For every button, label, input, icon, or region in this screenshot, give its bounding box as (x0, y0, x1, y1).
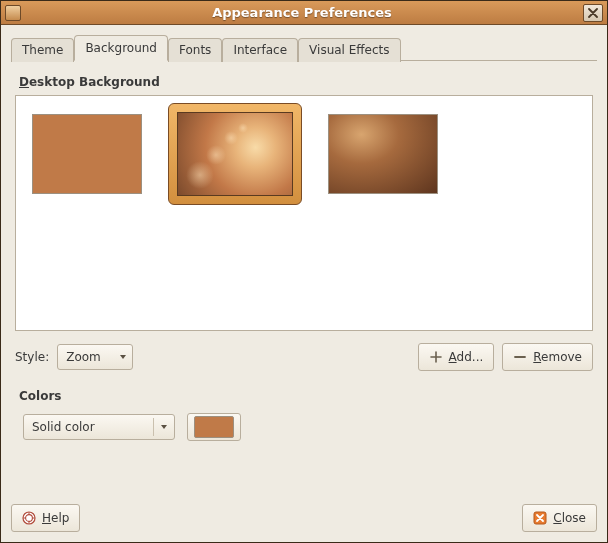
colors-mode-value: Solid color (32, 420, 95, 434)
desktop-background-heading: Desktop Background (19, 75, 593, 89)
style-label: Style: (15, 350, 49, 364)
wallpaper-thumb-solid[interactable] (32, 114, 142, 194)
remove-button[interactable]: Remove (502, 343, 593, 371)
style-value: Zoom (66, 350, 101, 364)
content-area: Theme Background Fonts Interface Visual … (1, 25, 607, 494)
titlebar: Appearance Preferences (1, 1, 607, 25)
style-row: Style: Zoom Add... Remove (15, 343, 593, 371)
colors-row: Solid color (15, 413, 593, 441)
window-close-button[interactable] (583, 4, 603, 22)
colors-heading: Colors (19, 389, 593, 403)
close-icon (533, 511, 547, 525)
window-title: Appearance Preferences (27, 5, 577, 20)
dialog-footer: Help Close (1, 494, 607, 542)
tab-theme[interactable]: Theme (11, 38, 74, 62)
chevron-down-icon (160, 423, 168, 431)
wallpaper-list (15, 95, 593, 331)
close-button[interactable]: Close (522, 504, 597, 532)
tab-fonts[interactable]: Fonts (168, 38, 222, 62)
color-swatch (194, 416, 234, 438)
help-button[interactable]: Help (11, 504, 80, 532)
tab-interface[interactable]: Interface (222, 38, 298, 62)
tab-visual-effects[interactable]: Visual Effects (298, 38, 400, 62)
add-button[interactable]: Add... (418, 343, 495, 371)
minus-icon (513, 350, 527, 364)
wallpaper-thumb-selected[interactable] (168, 103, 302, 205)
chevron-down-icon (119, 353, 127, 361)
tab-background[interactable]: Background (74, 35, 168, 61)
app-icon (5, 5, 21, 21)
style-dropdown[interactable]: Zoom (57, 344, 133, 370)
help-icon (22, 511, 36, 525)
tab-bar: Theme Background Fonts Interface Visual … (11, 35, 597, 61)
colors-mode-dropdown[interactable]: Solid color (23, 414, 175, 440)
appearance-preferences-window: Appearance Preferences Theme Background … (0, 0, 608, 543)
wallpaper-thumb-warm[interactable] (328, 114, 438, 194)
background-tab-body: Desktop Background (11, 67, 597, 484)
plus-icon (429, 350, 443, 364)
color-swatch-button[interactable] (187, 413, 241, 441)
close-icon (588, 8, 598, 18)
